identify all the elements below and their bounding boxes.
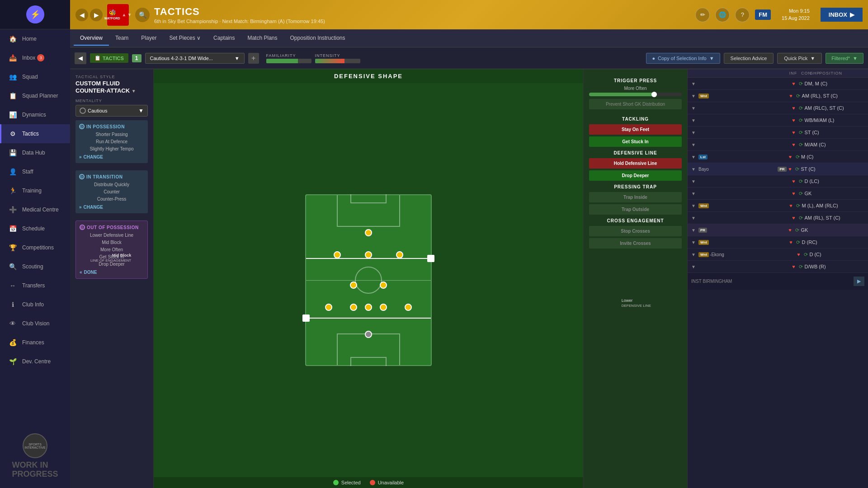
player-badge: PR bbox=[698, 228, 707, 233]
invite-crosses-button[interactable]: Invite Crosses bbox=[589, 238, 682, 249]
player-position: M (L), AM (RLC) bbox=[802, 203, 864, 208]
mentality-select[interactable]: Cautious ▼ bbox=[75, 105, 148, 117]
sidebar-item-schedule[interactable]: 📅 Schedule bbox=[0, 219, 70, 238]
sidebar-item-data-hub[interactable]: 💾 Data Hub bbox=[0, 143, 70, 162]
player-row[interactable]: ▼ ♥ ⟳ D (LC) bbox=[688, 175, 868, 188]
left-panel: TACTICAL STYLE CUSTOM FLUIDCOUNTER-ATTAC… bbox=[70, 69, 154, 488]
player-row[interactable]: ▼ PR ♥ ⟳ GK bbox=[688, 224, 868, 236]
player-row[interactable]: ▼ Wnt ♥ ⟳ D (RC) bbox=[688, 236, 868, 249]
player-row[interactable]: ▼ ♥ ⟳ DM, M (C) bbox=[688, 78, 868, 90]
copy-selection-button[interactable]: ● Copy of Selection Info ▼ bbox=[646, 53, 720, 64]
edit-button[interactable]: ✏ bbox=[695, 8, 710, 22]
sidebar-item-finances[interactable]: 💰 Finances bbox=[0, 333, 70, 352]
player-row[interactable]: ▼ ♥ ⟳ WB/M/AM (L) bbox=[688, 114, 868, 127]
player-dot-3 bbox=[365, 251, 372, 258]
trap-outside-button[interactable]: Trap Outside bbox=[589, 204, 682, 215]
squad-icon: 👥 bbox=[8, 72, 18, 82]
filtered-button[interactable]: Filtered* ▼ bbox=[826, 53, 863, 64]
out-possession-done-button[interactable]: « DONE bbox=[80, 270, 97, 275]
player-list-header: INF CON SHP POSITION bbox=[688, 69, 868, 78]
sidebar-item-inbox[interactable]: 📥 Inbox 3 bbox=[0, 48, 70, 67]
sidebar-item-label: Home bbox=[22, 36, 37, 42]
in-possession-change-button[interactable]: » CHANGE bbox=[79, 155, 103, 160]
sidebar-item-staff[interactable]: 👤 Staff bbox=[0, 162, 70, 181]
sidebar-item-label: Finances bbox=[22, 339, 44, 346]
drop-deeper-button[interactable]: Drop Deeper bbox=[589, 170, 682, 181]
player-position: WB/M/AM (L) bbox=[805, 117, 865, 123]
defensive-handle[interactable] bbox=[302, 314, 310, 322]
tactics-icon-label: 📋 bbox=[94, 55, 101, 61]
formation-dropdown[interactable]: Cautious 4-2-3-1 DM Wide... ▼ bbox=[145, 53, 245, 64]
player-row[interactable]: ▼ ♥ ⟳ ST (C) bbox=[688, 127, 868, 139]
tab-match-plans[interactable]: Match Plans bbox=[241, 31, 283, 46]
player-row[interactable]: ▼ ♥ ⟳ AM (RL), ST (C) bbox=[688, 212, 868, 224]
player-row[interactable]: ▼ Wnt -Ekong ♥ ⟳ D (C) bbox=[688, 249, 868, 261]
quick-pick-button[interactable]: Quick Pick ▼ bbox=[777, 53, 822, 64]
sidebar-item-transfers[interactable]: ↔ Transfers bbox=[0, 276, 70, 295]
sidebar-item-home[interactable]: 🏠 Home bbox=[0, 29, 70, 48]
player-badge: Wnt bbox=[698, 203, 709, 208]
sidebar-item-club-vision[interactable]: 👁 Club Vision bbox=[0, 314, 70, 333]
sidebar-item-scouting[interactable]: 🔍 Scouting bbox=[0, 257, 70, 276]
get-stuck-in-button[interactable]: Get Stuck In bbox=[589, 136, 682, 147]
trap-inside-button[interactable]: Trap Inside bbox=[589, 192, 682, 202]
player-row[interactable]: ▼ Wnt ♥ ⟳ M (L), AM (RLC) bbox=[688, 200, 868, 212]
familiarity-bar bbox=[266, 59, 311, 63]
pitch-field bbox=[305, 194, 432, 366]
sidebar-item-training[interactable]: 🏃 Training bbox=[0, 181, 70, 200]
chevron-icon: ▼ bbox=[691, 117, 698, 124]
wip-logo: SPORTSINTERACTIVE WORK INPROGRESS bbox=[9, 433, 61, 479]
help-button[interactable]: ? bbox=[735, 8, 750, 22]
player-row[interactable]: ▼ ♥ ⟳ D/WB (R) bbox=[688, 261, 868, 273]
player-row[interactable]: ▼ ♥ ⟳ AM (RLC), ST (C) bbox=[688, 102, 868, 114]
pitch-title: DEFENSIVE SHAPE bbox=[154, 69, 583, 83]
sidebar-item-tactics[interactable]: ⚙ Tactics bbox=[0, 124, 70, 143]
tab-set-pieces[interactable]: Set Pieces ∨ bbox=[163, 31, 207, 46]
nav-arrows: ◀ ▶ bbox=[75, 9, 103, 21]
chevron-icon: ▼ bbox=[691, 251, 698, 258]
player-row[interactable]: ▼ Lst ♥ ⟳ M (C) bbox=[688, 151, 868, 163]
prevent-gk-button[interactable]: Prevent Short GK Distribution bbox=[589, 99, 682, 109]
search-button[interactable]: 🔍 bbox=[135, 8, 150, 22]
sidebar-item-label: Dynamics bbox=[22, 112, 46, 118]
page-title: TACTICS bbox=[154, 6, 695, 18]
forward-button[interactable]: ▶ bbox=[90, 9, 103, 21]
sidebar-item-squad-planner[interactable]: 📋 Squad Planner bbox=[0, 86, 70, 105]
hold-defensive-button[interactable]: Hold Defensive Line bbox=[589, 158, 682, 169]
expand-birmingham-button[interactable]: ▶ bbox=[854, 277, 864, 286]
training-icon: 🏃 bbox=[8, 186, 18, 196]
trigger-press-slider-thumb[interactable] bbox=[651, 92, 657, 97]
mentality-chevron-icon: ▼ bbox=[138, 108, 144, 114]
tab-overview[interactable]: Overview bbox=[74, 31, 109, 46]
player-row[interactable]: ▼ ♥ ⟳ GK bbox=[688, 188, 868, 200]
selection-advice-button[interactable]: Selection Advice bbox=[724, 53, 774, 64]
player-row[interactable]: ▼ Wnt ♥ ⟳ AM (RL), ST (C) bbox=[688, 90, 868, 102]
sidebar-item-dynamics[interactable]: 📊 Dynamics bbox=[0, 105, 70, 124]
player-row[interactable]: ▼ Bayo PR ♥ ⟳ ST (C) bbox=[688, 163, 868, 175]
globe-button[interactable]: 🌐 bbox=[715, 8, 730, 22]
engagement-handle[interactable] bbox=[427, 255, 434, 262]
back-button[interactable]: ◀ bbox=[75, 9, 88, 21]
player-row[interactable]: ▼ ♥ ⟳ M/AM (C) bbox=[688, 139, 868, 151]
add-tactics-button[interactable]: + bbox=[248, 53, 259, 64]
stop-crosses-button[interactable]: Stop Crosses bbox=[589, 226, 682, 236]
sidebar-item-dev-centre[interactable]: 🌱 Dev. Centre bbox=[0, 352, 70, 371]
trigger-press-title: TRIGGER PRESS bbox=[589, 78, 682, 83]
heart-icon: ♥ bbox=[790, 105, 797, 111]
sidebar-item-competitions[interactable]: 🏆 Competitions bbox=[0, 238, 70, 257]
stay-on-feet-button[interactable]: Stay On Feet bbox=[589, 124, 682, 135]
inbox-button[interactable]: INBOX ▶ bbox=[821, 8, 863, 22]
sidebar-item-label: Scouting bbox=[22, 263, 43, 270]
intensity-label: INTENSITY bbox=[315, 53, 360, 58]
sidebar-item-club-info[interactable]: ℹ Club Info bbox=[0, 295, 70, 314]
tab-opposition[interactable]: Opposition Instructions bbox=[283, 31, 351, 46]
sidebar-item-medical[interactable]: ➕ Medical Centre bbox=[0, 200, 70, 219]
tab-captains[interactable]: Captains bbox=[207, 31, 241, 46]
sidebar-item-squad[interactable]: 👥 Squad bbox=[0, 67, 70, 86]
tactics-nav-left[interactable]: ◀ bbox=[75, 52, 86, 64]
change-arrows-icon: » bbox=[79, 155, 82, 160]
tab-player[interactable]: Player bbox=[135, 31, 163, 46]
in-transition-change-button[interactable]: » CHANGE bbox=[79, 205, 103, 210]
tab-team[interactable]: Team bbox=[109, 31, 135, 46]
pitch-container: Mid Block LINE OF ENGAGEMENT Lower DEFEN… bbox=[154, 83, 583, 477]
